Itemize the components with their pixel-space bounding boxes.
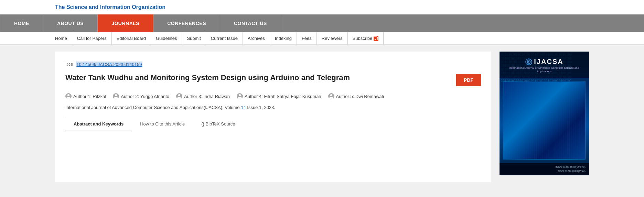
page-content: DOI: 10.14569/IJACSA.2023.0140159 Water … <box>0 45 644 189</box>
site-header: The Science and Information Organization <box>0 0 644 14</box>
author-icon-4 <box>237 93 243 99</box>
cover-issn-online: ISSN 2156-5570(Online) <box>503 165 586 169</box>
cover-logo-area: IJACSA International Journal of Advanced… <box>500 52 589 78</box>
subnav-current-issue[interactable]: Current Issue <box>206 32 243 44</box>
subnav-home[interactable]: Home <box>55 32 72 44</box>
nav-about-us[interactable]: ABOUT US <box>43 14 98 32</box>
tab-bibtex[interactable]: {} BibTeX Source <box>193 117 243 131</box>
author-4-name: Author 4: Fitrah Satrya Fajar Kusumah <box>245 94 321 99</box>
authors-row: Author 1: Ritzkal Author 2: Yuggo Afrian… <box>65 93 481 99</box>
org-name: The Science and Information Organization <box>55 3 589 12</box>
article-title-row: Water Tank Wudhu and Monitoring System D… <box>65 73 481 86</box>
author-5-name: Author 5: Dwi Remawati <box>336 94 384 99</box>
doi-label: DOI: <box>65 62 75 67</box>
author-item: Author 4: Fitrah Satrya Fajar Kusumah <box>237 93 321 99</box>
doi-link[interactable]: 10.14569/IJACSA.2023.0140159 <box>76 62 142 67</box>
ijacsa-logo-icon <box>525 58 533 66</box>
author-2-name: Author 2: Yuggo Afrianto <box>121 94 169 99</box>
nav-journals[interactable]: JOURNALS <box>98 14 153 32</box>
cover-logo-text: IJACSA <box>503 58 586 66</box>
cover-issn-area: ISSN 2156-5570(Online) ISSN 2158-107X(Pr… <box>500 163 589 175</box>
nav-contact-us[interactable]: CONTACT US <box>220 14 281 32</box>
nav-conferences[interactable]: CONFERENCES <box>153 14 220 32</box>
author-1-name: Author 1: Ritzkal <box>73 94 106 99</box>
sub-nav: Home Call for Papers Editorial Board Gui… <box>0 32 644 45</box>
svg-point-2 <box>528 61 529 63</box>
author-item: Author 5: Dwi Remawati <box>328 93 384 99</box>
journal-cover: 01001010100101010010100101001010010100 1… <box>500 52 589 175</box>
subnav-indexing[interactable]: Indexing <box>270 32 297 44</box>
cover-issn-print: ISSN 2158-107X(Print) <box>503 169 586 173</box>
subnav-fees[interactable]: Fees <box>297 32 317 44</box>
nav-home[interactable]: HOME <box>0 14 43 32</box>
author-item: Author 3: Indra Riawan <box>176 93 230 99</box>
doi-line: DOI: 10.14569/IJACSA.2023.0140159 <box>65 62 481 67</box>
sidebar: 01001010100101010010100101001010010100 1… <box>500 52 589 182</box>
journal-ref: International Journal of Advanced Comput… <box>65 105 481 110</box>
subnav-archives[interactable]: Archives <box>243 32 270 44</box>
subnav-call-for-papers[interactable]: Call for Papers <box>72 32 112 44</box>
tab-how-to-cite[interactable]: How to Cite this Article <box>132 117 193 131</box>
cover-blue-box-inner <box>503 82 585 159</box>
subnav-editorial-board[interactable]: Editorial Board <box>112 32 151 44</box>
subnav-subscribe[interactable]: Subscribe <box>348 32 384 44</box>
subnav-guidelines[interactable]: Guidelines <box>151 32 182 44</box>
author-item: Author 2: Yuggo Afrianto <box>113 93 169 99</box>
author-3-name: Author 3: Indra Riawan <box>184 94 230 99</box>
cover-blue-box <box>503 81 586 160</box>
article-main: DOI: 10.14569/IJACSA.2023.0140159 Water … <box>55 52 491 182</box>
pdf-button[interactable]: PDF <box>456 74 481 86</box>
tabs-row: Abstract and Keywords How to Cite this A… <box>65 117 481 131</box>
article-title: Water Tank Wudhu and Monitoring System D… <box>65 73 456 83</box>
author-icon-1 <box>65 93 72 99</box>
cover-subtitle: International Journal of Advanced Comput… <box>503 66 586 76</box>
author-icon-3 <box>176 93 182 99</box>
author-icon-2 <box>113 93 119 99</box>
subnav-submit[interactable]: Submit <box>182 32 206 44</box>
volume-link[interactable]: 14 <box>241 105 246 110</box>
author-icon-5 <box>328 93 334 99</box>
cover-logo-text-label: IJACSA <box>534 58 563 66</box>
subnav-reviewers[interactable]: Reviewers <box>317 32 348 44</box>
rss-icon <box>374 36 378 41</box>
main-nav: HOME ABOUT US JOURNALS CONFERENCES CONTA… <box>0 14 644 32</box>
author-item: Author 1: Ritzkal <box>65 93 106 99</box>
tab-abstract-keywords[interactable]: Abstract and Keywords <box>65 117 132 131</box>
